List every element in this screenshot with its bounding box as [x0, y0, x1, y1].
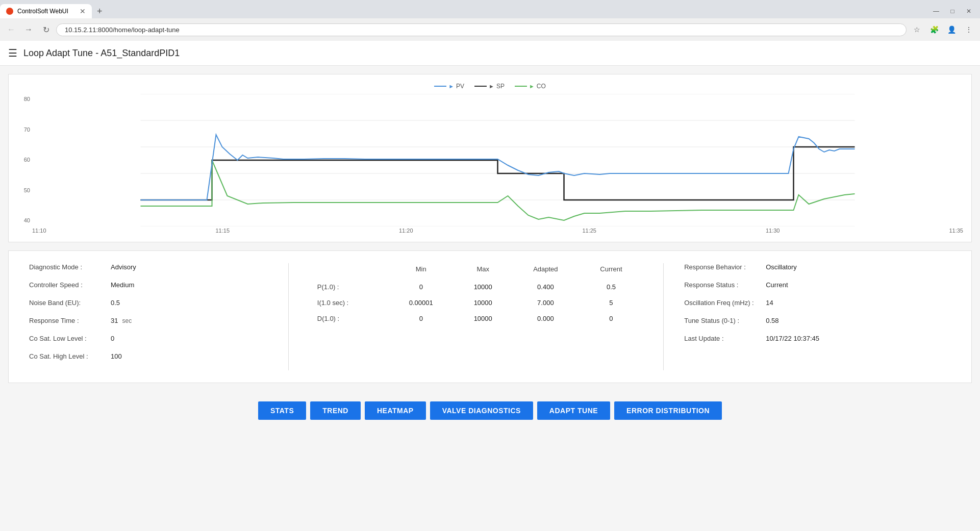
response-status-label: Response Status :: [684, 281, 766, 289]
co-sat-low-row: Co Sat. Low Level : 0: [29, 335, 268, 342]
param-p-min: 0: [388, 279, 454, 295]
co-sat-high-label: Co Sat. High Level :: [29, 352, 111, 360]
legend-sp-label: SP: [496, 83, 505, 90]
param-d-min: 0: [388, 311, 454, 326]
col-header-min: Min: [388, 263, 454, 279]
legend-co: ► CO: [515, 83, 546, 90]
controller-speed-label: Controller Speed :: [29, 281, 111, 289]
adapt-tune-button[interactable]: ADAPT TUNE: [537, 401, 610, 420]
y-label-40: 40: [19, 217, 30, 223]
co-sat-high-value: 100: [111, 352, 122, 360]
back-button[interactable]: ←: [4, 22, 18, 37]
param-table: Min Max Adapted Current P(1.0) : 0 10000…: [309, 263, 643, 326]
last-update-row: Last Update : 10/17/22 10:37:45: [684, 335, 951, 342]
col-header-max: Max: [454, 263, 512, 279]
x-label-1125: 11:25: [582, 227, 596, 234]
param-p-current: 0.5: [580, 279, 643, 295]
profile-button[interactable]: 👤: [944, 22, 959, 37]
col-header-param: [309, 263, 388, 279]
menu-icon[interactable]: ☰: [8, 47, 17, 59]
trend-button[interactable]: TREND: [310, 401, 361, 420]
menu-button[interactable]: ⋮: [962, 22, 976, 37]
error-distribution-button[interactable]: ERROR DISTRIBUTION: [614, 401, 722, 420]
stats-button[interactable]: STATS: [258, 401, 306, 420]
y-axis: 80 70 60 50 40: [17, 94, 32, 234]
response-behavior-label: Response Behavior :: [684, 263, 766, 271]
param-table-col: Min Max Adapted Current P(1.0) : 0 10000…: [289, 263, 663, 326]
x-label-1130: 11:30: [766, 227, 780, 234]
browser-action-buttons: ☆ 🧩 👤 ⋮: [910, 22, 976, 37]
param-i-min: 0.00001: [388, 295, 454, 311]
response-status-value: Current: [766, 281, 788, 289]
legend-pv: ► PV: [434, 83, 464, 90]
co-sat-low-label: Co Sat. Low Level :: [29, 335, 111, 342]
param-i-max: 10000: [454, 295, 512, 311]
legend-sp: ► SP: [474, 83, 505, 90]
response-time-row: Response Time : 31 sec: [29, 317, 268, 324]
table-header-row: Min Max Adapted Current: [309, 263, 643, 279]
chart-legend: ► PV ► SP ► CO: [17, 83, 963, 90]
browser-tab[interactable]: ControlSoft WebUI ✕: [0, 4, 92, 18]
response-time-label: Response Time :: [29, 317, 111, 324]
chart-svg-container: 11:10 11:15 11:20 11:25 11:30 11:35: [32, 94, 963, 234]
x-label-1120: 11:20: [399, 227, 413, 234]
maximize-button[interactable]: □: [945, 4, 960, 18]
param-i-adapted: 7.000: [512, 295, 580, 311]
response-time-value: 31: [111, 317, 118, 324]
tab-bar: ControlSoft WebUI ✕ + — □ ✕: [0, 0, 980, 18]
last-update-label: Last Update :: [684, 335, 766, 342]
response-status-row: Response Status : Current: [684, 281, 951, 289]
browser-toolbar: ← → ↻ ☆ 🧩 👤 ⋮: [0, 18, 980, 41]
close-window-button[interactable]: ✕: [962, 4, 976, 18]
forward-button[interactable]: →: [21, 22, 36, 37]
new-tab-button[interactable]: +: [92, 4, 108, 18]
diagnostic-mode-row: Diagnostic Mode : Advisory: [29, 263, 268, 271]
response-behavior-value: Oscillatory: [766, 263, 797, 271]
chart-area: 80 70 60 50 40: [17, 94, 963, 234]
heatmap-button[interactable]: HEATMAP: [365, 401, 426, 420]
table-row: P(1.0) : 0 10000 0.400 0.5: [309, 279, 643, 295]
y-label-50: 50: [19, 187, 30, 193]
last-update-value: 10/17/22 10:37:45: [766, 335, 819, 342]
co-sat-high-row: Co Sat. High Level : 100: [29, 352, 268, 360]
x-label-1115: 11:15: [215, 227, 230, 234]
response-behavior-row: Response Behavior : Oscillatory: [684, 263, 951, 271]
col-header-adapted: Adapted: [512, 263, 580, 279]
refresh-button[interactable]: ↻: [39, 22, 53, 37]
y-label-60: 60: [19, 157, 30, 163]
legend-pv-label: PV: [456, 83, 464, 90]
controller-speed-row: Controller Speed : Medium: [29, 281, 268, 289]
minimize-button[interactable]: —: [929, 4, 943, 18]
param-d-adapted: 0.000: [512, 311, 580, 326]
left-info-col: Diagnostic Mode : Advisory Controller Sp…: [29, 263, 288, 370]
diagnostic-mode-label: Diagnostic Mode :: [29, 263, 111, 271]
right-info-col: Response Behavior : Oscillatory Response…: [664, 263, 951, 352]
noise-band-value: 0.5: [111, 299, 120, 307]
param-i-current: 5: [580, 295, 643, 311]
noise-band-row: Noise Band (EU): 0.5: [29, 299, 268, 307]
oscillation-freq-value: 14: [766, 299, 773, 307]
col-header-current: Current: [580, 263, 643, 279]
page-title: Loop Adapt Tune - A51_StandardPID1: [23, 48, 180, 59]
co-sat-low-value: 0: [111, 335, 114, 342]
table-row: I(1.0 sec) : 0.00001 10000 7.000 5: [309, 295, 643, 311]
legend-co-label: CO: [537, 83, 546, 90]
address-bar[interactable]: [56, 23, 907, 36]
bookmark-button[interactable]: ☆: [910, 22, 924, 37]
param-p-max: 10000: [454, 279, 512, 295]
x-axis: 11:10 11:15 11:20 11:25 11:30 11:35: [32, 226, 963, 234]
tab-title: ControlSoft WebUI: [17, 8, 68, 15]
x-label-1135: 11:35: [949, 227, 963, 234]
tab-close-button[interactable]: ✕: [80, 7, 86, 15]
tune-status-label: Tune Status (0-1) :: [684, 317, 766, 324]
y-label-70: 70: [19, 127, 30, 133]
extension-button[interactable]: 🧩: [927, 22, 941, 37]
param-p-label: P(1.0) :: [309, 279, 388, 295]
info-grid: Diagnostic Mode : Advisory Controller Sp…: [29, 263, 951, 370]
noise-band-label: Noise Band (EU):: [29, 299, 111, 307]
tune-status-value: 0.58: [766, 317, 778, 324]
param-d-current: 0: [580, 311, 643, 326]
browser-chrome: ControlSoft WebUI ✕ + — □ ✕ ← → ↻ ☆ 🧩 👤 …: [0, 0, 980, 41]
info-section: Diagnostic Mode : Advisory Controller Sp…: [8, 250, 972, 383]
valve-diagnostics-button[interactable]: VALVE DIAGNOSTICS: [430, 401, 533, 420]
